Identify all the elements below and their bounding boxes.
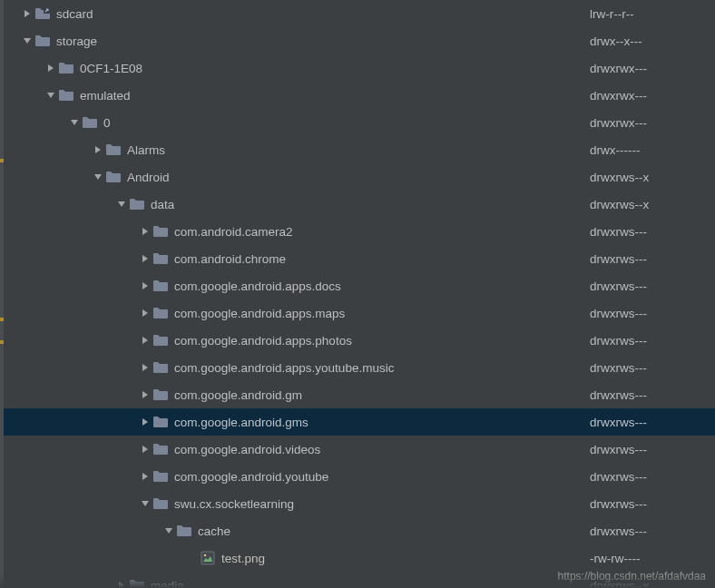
image-file-icon — [200, 551, 216, 565]
permissions: drwxrwx--- — [590, 116, 647, 130]
tree-item-label: com.google.android.apps.photos — [174, 334, 352, 348]
tree-item-label: com.android.chrome — [174, 252, 286, 266]
tree-row[interactable]: com.google.android.videosdrwxrws--- — [9, 436, 715, 463]
folder-icon — [152, 469, 169, 484]
tree-item-label: 0 — [103, 116, 111, 130]
folder-shortcut-icon — [34, 6, 51, 21]
tree-row[interactable]: datadrwxrws--x — [9, 191, 715, 218]
permissions: drwxrws--- — [590, 416, 647, 429]
permissions: lrw-r--r-- — [590, 7, 634, 21]
chevron-down-icon[interactable] — [114, 197, 129, 211]
tree-row[interactable]: 0CF1-1E08drwxrwx--- — [9, 54, 715, 82]
tree-item-label: com.google.android.gms — [174, 416, 309, 429]
tree-row[interactable]: com.google.android.apps.mapsdrwxrws--- — [9, 299, 715, 327]
folder-icon — [152, 279, 169, 293]
tree-item-label: com.google.android.apps.docs — [174, 279, 341, 293]
chevron-right-icon[interactable] — [138, 415, 152, 429]
file-tree[interactable]: sdcardlrw-r--r--storagedrwx--x---0CF1-1E… — [9, 0, 715, 588]
folder-icon — [152, 360, 169, 375]
chevron-down-icon[interactable] — [44, 88, 58, 103]
folder-icon — [105, 142, 122, 157]
tree-row[interactable]: Alarmsdrwx------ — [9, 136, 715, 163]
permissions: drwxrws--- — [590, 225, 647, 239]
tree-item-label: com.google.android.videos — [174, 443, 320, 456]
tree-row[interactable]: com.google.android.youtubedrwxrws--- — [9, 463, 715, 490]
permissions: drwx--x--- — [590, 34, 642, 48]
tree-row[interactable]: com.android.chromedrwxrws--- — [9, 245, 715, 272]
tree-item-label: cache — [198, 524, 230, 538]
chevron-down-icon[interactable] — [20, 34, 34, 48]
gutter — [0, 0, 4, 588]
tree-row[interactable]: com.google.android.gmsdrwxrws--- — [9, 408, 715, 436]
tree-row[interactable]: swu.cx.socketlearningdrwxrws--- — [9, 490, 715, 517]
tree-row[interactable]: com.google.android.apps.youtube.musicdrw… — [9, 354, 715, 381]
permissions: drwxrws--- — [590, 307, 647, 320]
tree-row[interactable]: emulateddrwxrwx--- — [9, 82, 715, 109]
folder-icon — [152, 306, 169, 320]
tree-row[interactable]: test.png-rw-rw---- — [9, 544, 715, 572]
chevron-right-icon[interactable] — [138, 387, 152, 402]
folder-icon — [152, 442, 169, 456]
permissions: drwxrws--- — [590, 334, 647, 348]
permissions: drwxrws--- — [590, 252, 647, 266]
chevron-right-icon[interactable] — [44, 61, 58, 75]
permissions: drwxrws--x — [590, 198, 649, 211]
tree-row[interactable]: storagedrwx--x--- — [9, 27, 715, 54]
folder-icon — [152, 496, 169, 511]
chevron-down-icon[interactable] — [91, 170, 105, 184]
chevron-right-icon[interactable] — [138, 251, 152, 266]
tree-row[interactable]: com.google.android.gmdrwxrws--- — [9, 381, 715, 408]
tree-row[interactable]: cachedrwxrws--- — [9, 517, 715, 544]
permissions: drwxrws--- — [590, 497, 647, 511]
tree-row[interactable]: com.google.android.apps.docsdrwxrws--- — [9, 272, 715, 299]
tree-item-label: Android — [127, 171, 170, 184]
chevron-down-icon[interactable] — [162, 524, 176, 538]
tree-item-label: storage — [56, 34, 97, 48]
chevron-right-icon[interactable] — [20, 6, 34, 21]
tree-row[interactable]: com.android.camera2drwxrws--- — [9, 218, 715, 245]
tree-item-label: 0CF1-1E08 — [80, 62, 142, 75]
folder-icon — [152, 387, 169, 402]
folder-icon — [152, 333, 169, 348]
arrow-none — [185, 551, 200, 565]
permissions: -rw-rw---- — [590, 552, 640, 565]
folder-icon — [82, 115, 98, 130]
folder-icon — [58, 61, 74, 75]
permissions: drwxrws--- — [590, 279, 647, 293]
permissions: drwxrws--- — [590, 443, 647, 456]
tree-item-label: com.android.camera2 — [174, 225, 293, 239]
chevron-right-icon[interactable] — [138, 279, 152, 293]
tree-item-label: emulated — [80, 89, 131, 103]
folder-icon — [152, 415, 169, 429]
folder-icon — [34, 34, 51, 48]
chevron-down-icon[interactable] — [67, 115, 82, 130]
folder-icon — [58, 88, 74, 103]
permissions: drwxrws--- — [590, 388, 647, 402]
folder-icon — [129, 197, 145, 211]
chevron-down-icon[interactable] — [138, 496, 152, 511]
chevron-right-icon[interactable] — [138, 442, 152, 456]
tree-item-label: com.google.android.youtube — [174, 470, 328, 484]
tree-item-label: com.google.android.apps.maps — [174, 307, 345, 320]
chevron-right-icon[interactable] — [138, 360, 152, 375]
tree-row[interactable]: com.google.android.apps.photosdrwxrws--- — [9, 327, 715, 354]
chevron-right-icon[interactable] — [138, 469, 152, 484]
tree-row[interactable]: sdcardlrw-r--r-- — [9, 0, 715, 27]
chevron-right-icon[interactable] — [138, 224, 152, 239]
folder-icon — [152, 224, 169, 239]
svg-rect-1 — [201, 552, 214, 564]
tree-row[interactable]: 0drwxrwx--- — [9, 109, 715, 136]
chevron-right-icon[interactable] — [138, 333, 152, 348]
tree-item-label: Alarms — [127, 143, 165, 157]
tree-row[interactable]: Androiddrwxrws--x — [9, 163, 715, 191]
folder-icon — [176, 524, 192, 538]
tree-item-label: swu.cx.socketlearning — [174, 497, 294, 511]
chevron-right-icon[interactable] — [138, 306, 152, 320]
permissions: drwxrwx--- — [590, 89, 647, 103]
chevron-right-icon[interactable] — [91, 142, 105, 157]
folder-icon — [105, 170, 122, 184]
svg-point-2 — [204, 554, 207, 557]
tree-item-label: test.png — [221, 552, 265, 565]
tree-item-label: data — [151, 198, 174, 211]
permissions: drwxrwx--- — [590, 62, 647, 75]
